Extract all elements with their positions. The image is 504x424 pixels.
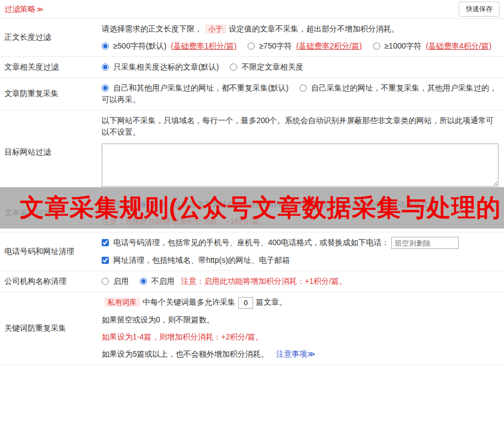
length-option-500[interactable]: ≥500字符(默认) (基础费率1积分/篇) [102,41,239,50]
quick-save-button[interactable]: 快速保存 [459,2,500,17]
keyword-dedup-note-cost: 如果设为1-4篇，则增加积分消耗：+2积分/篇。 [102,331,500,343]
keyword-dedup-note-free-text: 如果设为5篇或以上，也不会额外增加积分消耗。 [102,349,269,358]
section-label-relevance-filter: 文章相关度过滤 [0,57,97,77]
company-clean-off-radio[interactable] [140,278,147,285]
length-option-750-fee[interactable]: (基础费率2积分/篇) [296,41,362,50]
company-clean-option-off[interactable]: 不启用 [140,277,177,285]
relevance-option-any-label: 不限定文章相关度 [242,62,303,71]
watermark-overlay: 文章采集规则(公众号文章数据采集与处理的 [0,187,504,229]
section-content-keyword-dedup: 私有词库中每个关键词最多允许采集篇文章。 如果留空或设为0，则不限篇数。 如果设… [97,292,504,364]
section-dedup-filter: 文章防重复采集 自己和其他用户采集过的网址，都不重复采集(默认) 自己采集过的网… [0,78,504,110]
dedup-option-global[interactable]: 自己和其他用户采集过的网址，都不重复采集(默认) [102,83,291,92]
keyword-limit-mid-text: 中每个关键词最多允许采集 [143,298,235,306]
section-content-length-filter: 请选择需求的正文长度下限，小于设定值的文章不采集，超出部分不增加积分消耗。 ≥5… [97,19,504,56]
intro-post-text: 设定值的文章不采集，超出部分不增加积分消耗。 [229,24,399,33]
url-clean-checkbox[interactable] [102,257,109,264]
company-clean-on-radio[interactable] [102,278,109,285]
length-option-750-radio[interactable] [248,43,255,50]
dedup-option-self-radio[interactable] [300,84,307,92]
url-clean-option[interactable]: 网址清理，包括纯域名、带http(s)的网址、电子邮箱 [102,256,290,264]
section-label-length-filter: 正文长度过滤 [0,19,97,56]
relevance-option-any-radio[interactable] [230,63,237,71]
private-lexicon-badge: 私有词库 [104,298,140,307]
phone-clean-row: 电话号码清理，包括常见的手机号、座机号、400电话格式，或替换成如下电话： [102,237,500,249]
section-label-dedup-filter: 文章防重复采集 [0,78,97,110]
section-content-dedup-filter: 自己和其他用户采集过的网址，都不重复采集(默认) 自己采集过的网址，不重复采集，… [97,78,504,110]
replacement-phone-input[interactable] [391,237,459,249]
keyword-dedup-limit-row: 私有词库中每个关键词最多允许采集篇文章。 [102,296,500,309]
dedup-option-global-radio[interactable] [102,84,109,92]
keyword-dedup-note-unlimited: 如果留空或设为0，则不限篇数。 [102,314,500,326]
relevance-option-strict[interactable]: 只采集相关度达标的文章(默认) [102,62,221,71]
length-option-500-label: ≥500字符(默认) [113,41,166,50]
phone-clean-option[interactable]: 电话号码清理，包括常见的手机号、座机号、400电话格式，或替换成如下电话： [102,238,391,247]
company-clean-options-row: 启用 不启用 注意：启用此功能将增加积分消耗：+1积分/篇。 [102,275,500,287]
keyword-limit-post-text: 篇文章。 [256,298,287,306]
company-clean-on-label: 启用 [113,277,129,285]
section-content-phone-url-clean: 电话号码清理，包括常见的手机号、座机号、400电话格式，或替换成如下电话： 网址… [97,232,504,271]
length-option-1000-label: ≥1000字符 [385,41,422,50]
section-content-company-clean: 启用 不启用 注意：启用此功能将增加积分消耗：+1积分/篇。 [97,271,504,292]
intro-pre-text: 请选择需求的正文长度下限， [102,24,202,33]
phone-clean-checkbox[interactable] [102,239,109,246]
relevance-option-any[interactable]: 不限定文章相关度 [230,62,303,71]
section-label-target-site-filter: 目标网站过滤 [0,110,97,194]
company-clean-off-label: 不启用 [151,277,175,285]
watermark-text: 文章采集规则(公众号文章数据采集与处理的 [0,192,501,224]
length-filter-intro: 请选择需求的正文长度下限，小于设定值的文章不采集，超出部分不增加积分消耗。 [102,23,500,35]
phone-clean-label: 电话号码清理，包括常见的手机号、座机号、400电话格式，或替换成如下电话： [113,238,389,247]
page-header: 过滤策略≫ 快速保存 [0,0,504,19]
section-keyword-dedup: 关键词防重复采集 私有词库中每个关键词最多允许采集篇文章。 如果留空或设为0，则… [0,292,504,365]
less-than-badge: 小于 [205,24,226,34]
chevron-double-down-icon: ≫ [36,6,44,13]
filter-strategy-page: 过滤策略≫ 快速保存 正文长度过滤 请选择需求的正文长度下限，小于设定值的文章不… [0,0,504,365]
relevance-option-strict-label: 只采集相关度达标的文章(默认) [113,62,219,71]
section-company-clean: 公司机构名称清理 启用 不启用 注意：启用此功能将增加积分消耗：+1积分/篇。 [0,271,504,292]
notice-link[interactable]: 注意事项≫ [276,349,316,358]
section-relevance-filter: 文章相关度过滤 只采集相关度达标的文章(默认) 不限定文章相关度 [0,57,504,78]
length-option-750-label: ≥750字符 [259,41,292,50]
target-site-desc: 以下网站不采集，只填域名，每行一个，最多200个。系统会自动识别并屏蔽那些非文章… [102,115,500,138]
section-content-target-site-filter: 以下网站不采集，只填域名，每行一个，最多200个。系统会自动识别并屏蔽那些非文章… [97,110,504,194]
section-length-filter: 正文长度过滤 请选择需求的正文长度下限，小于设定值的文章不采集，超出部分不增加积… [0,19,504,57]
company-clean-note: 注意：启用此功能将增加积分消耗：+1积分/篇。 [181,277,347,285]
blocked-domains-textarea[interactable] [102,144,498,187]
length-option-500-fee[interactable]: (基础费率1积分/篇) [171,41,237,50]
section-label-keyword-dedup: 关键词防重复采集 [0,292,97,364]
keyword-dedup-note-free-row: 如果设为5篇或以上，也不会额外增加积分消耗。 注意事项≫ [102,348,500,360]
dedup-option-global-label: 自己和其他用户采集过的网址，都不重复采集(默认) [113,83,288,92]
section-target-site-filter: 目标网站过滤 以下网站不采集，只填域名，每行一个，最多200个。系统会自动识别并… [0,110,504,194]
section-phone-url-clean: 电话号码和网址清理 电话号码清理，包括常见的手机号、座机号、400电话格式，或替… [0,232,504,271]
url-clean-row: 网址清理，包括纯域名、带http(s)的网址、电子邮箱 [102,255,500,266]
keyword-limit-count-input[interactable] [238,297,253,309]
length-option-750[interactable]: ≥750字符 (基础费率2积分/篇) [248,41,364,50]
relevance-option-strict-radio[interactable] [102,63,109,71]
company-clean-option-on[interactable]: 启用 [102,277,131,285]
length-option-1000-fee[interactable]: (基础费率4积分/篇) [426,41,491,50]
page-title-text: 过滤策略 [4,4,35,13]
page-title[interactable]: 过滤策略≫ [4,4,44,14]
length-option-1000[interactable]: ≥1000字符 (基础费率4积分/篇) [373,41,492,50]
length-option-1000-radio[interactable] [373,43,380,50]
section-label-phone-url-clean: 电话号码和网址清理 [0,232,97,271]
section-content-relevance-filter: 只采集相关度达标的文章(默认) 不限定文章相关度 [97,57,504,77]
section-label-company-clean: 公司机构名称清理 [0,271,97,292]
length-option-500-radio[interactable] [102,43,109,50]
url-clean-label: 网址清理，包括纯域名、带http(s)的网址、电子邮箱 [113,256,290,264]
